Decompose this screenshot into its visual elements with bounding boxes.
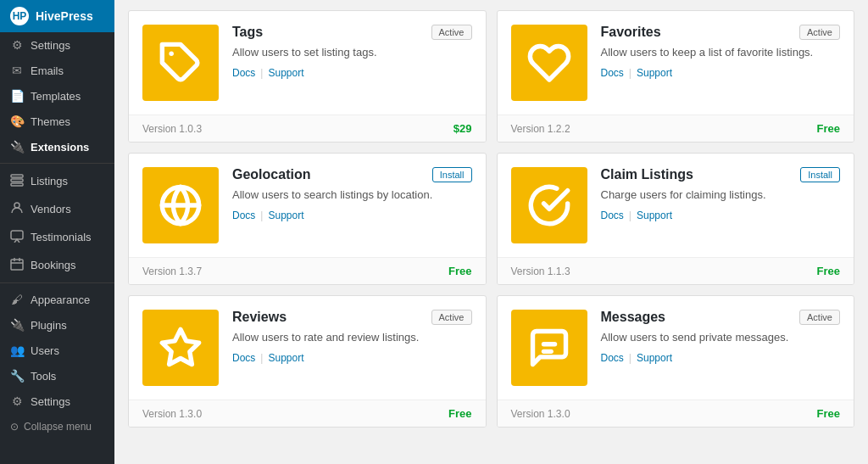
ext-header-geolocation: Geolocation Install [232, 167, 472, 182]
ext-docs-claim[interactable]: Docs [601, 210, 624, 221]
ext-support-tags[interactable]: Support [268, 67, 303, 79]
ext-status-claim[interactable]: Install [800, 167, 840, 182]
ext-card-body-messages: Messages Active Allow users to send priv… [498, 296, 854, 400]
ext-support-geolocation[interactable]: Support [268, 210, 303, 221]
sidebar-item-users[interactable]: 👥 Users [0, 338, 114, 363]
themes-icon: 🎨 [10, 115, 24, 128]
ext-thumb-favorites [511, 25, 587, 101]
ext-support-favorites[interactable]: Support [637, 67, 672, 79]
sidebar-item-label: Emails [31, 64, 64, 77]
users-icon: 👥 [10, 344, 24, 357]
sidebar-item-themes[interactable]: 🎨 Themes [0, 109, 114, 134]
sidebar-item-testimonials[interactable]: Testimonials [0, 223, 114, 251]
main-content: Tags Active Allow users to set listing t… [114, 0, 868, 464]
sidebar-item-vendors[interactable]: Vendors [0, 195, 114, 223]
hivepress-logo-icon: HP [10, 7, 29, 25]
ext-version-geolocation: Version 1.3.7 [142, 266, 202, 277]
message-icon [527, 326, 571, 370]
ext-card-reviews: Reviews Active Allow users to rate and r… [128, 295, 487, 428]
sidebar-item-listings[interactable]: Listings [0, 167, 114, 195]
ext-card-body-geolocation: Geolocation Install Allow users to searc… [129, 154, 486, 257]
ext-footer-messages: Version 1.3.0 Free [498, 400, 854, 427]
settings-icon: ⚙ [10, 38, 24, 52]
ext-docs-geolocation[interactable]: Docs [232, 210, 255, 221]
ext-name-reviews: Reviews [232, 310, 287, 325]
sidebar-item-label: Testimonials [31, 231, 92, 243]
ext-docs-favorites[interactable]: Docs [601, 67, 624, 79]
sidebar-item-label: Extensions [31, 141, 89, 154]
ext-card-body-claim: Claim Listings Install Charge users for … [498, 154, 854, 257]
ext-card-geolocation: Geolocation Install Allow users to searc… [128, 153, 487, 285]
globe-icon [159, 183, 203, 227]
ext-header-claim: Claim Listings Install [601, 167, 841, 182]
templates-icon: 📄 [10, 89, 24, 103]
sidebar-item-bookings[interactable]: Bookings [0, 251, 114, 279]
ext-thumb-claim [511, 167, 587, 243]
ext-name-geolocation: Geolocation [232, 167, 310, 182]
sidebar-divider-1 [0, 163, 114, 164]
sidebar-item-emails[interactable]: ✉ Emails [0, 58, 114, 83]
ext-card-favorites: Favorites Active Allow users to keep a l… [497, 10, 855, 143]
sidebar-item-settings[interactable]: ⚙ Settings [0, 32, 114, 58]
ext-thumb-messages [511, 310, 587, 386]
appearance-icon: 🖌 [10, 293, 24, 306]
ext-sep-messages: | [629, 352, 632, 364]
ext-status-geolocation[interactable]: Install [432, 167, 472, 182]
ext-info-reviews: Reviews Active Allow users to rate and r… [232, 310, 472, 364]
sidebar-logo[interactable]: HP HivePress [0, 0, 114, 32]
svg-rect-4 [11, 231, 23, 239]
ext-thumb-tags [142, 25, 219, 101]
ext-footer-favorites: Version 1.2.2 Free [498, 115, 854, 142]
ext-header-tags: Tags Active [232, 25, 472, 40]
ext-docs-reviews[interactable]: Docs [232, 352, 255, 364]
svg-marker-9 [162, 329, 198, 364]
ext-name-messages: Messages [601, 310, 666, 325]
sidebar-divider-2 [0, 282, 114, 283]
sidebar-item-label: Themes [31, 115, 70, 128]
ext-links-tags: Docs | Support [232, 67, 472, 79]
ext-links-reviews: Docs | Support [232, 352, 472, 364]
ext-version-reviews: Version 1.3.0 [142, 408, 202, 420]
ext-price-messages: Free [817, 407, 840, 420]
ext-status-messages: Active [799, 310, 840, 325]
ext-footer-claim: Version 1.1.3 Free [498, 257, 854, 284]
sidebar-item-tools[interactable]: 🔧 Tools [0, 363, 114, 389]
ext-sep-reviews: | [260, 352, 263, 364]
svg-rect-2 [11, 183, 23, 186]
ext-support-claim[interactable]: Support [637, 210, 672, 221]
ext-card-body-favorites: Favorites Active Allow users to keep a l… [498, 11, 854, 115]
ext-header-messages: Messages Active [601, 310, 841, 325]
sidebar-item-appearance[interactable]: 🖌 Appearance [0, 287, 114, 312]
ext-info-claim: Claim Listings Install Charge users for … [601, 167, 841, 221]
ext-support-messages[interactable]: Support [637, 352, 672, 364]
check-circle-icon [527, 183, 571, 227]
ext-support-reviews[interactable]: Support [268, 352, 303, 364]
sidebar-item-plugins[interactable]: 🔌 Plugins [0, 312, 114, 338]
sidebar-logo-text: HivePress [36, 9, 93, 23]
sidebar-item-label: Vendors [31, 203, 71, 215]
ext-docs-tags[interactable]: Docs [232, 67, 255, 79]
vendors-icon [10, 201, 24, 217]
heart-icon [527, 41, 571, 85]
ext-status-tags: Active [431, 25, 472, 40]
collapse-menu-button[interactable]: ⊙ Collapse menu [0, 414, 114, 439]
sidebar-item-settings2[interactable]: ⚙ Settings [0, 389, 114, 414]
sidebar: HP HivePress ⚙ Settings ✉ Emails 📄 Templ… [0, 0, 114, 464]
svg-point-3 [14, 203, 19, 208]
ext-desc-claim: Charge users for claiming listings. [601, 187, 841, 203]
sidebar-item-templates[interactable]: 📄 Templates [0, 83, 114, 109]
sidebar-item-extensions[interactable]: 🔌 Extensions [0, 134, 114, 159]
tag-icon [159, 41, 203, 85]
ext-desc-favorites: Allow users to keep a list of favorite l… [601, 45, 841, 60]
ext-header-favorites: Favorites Active [601, 25, 841, 40]
ext-docs-messages[interactable]: Docs [601, 352, 624, 364]
ext-status-favorites: Active [799, 25, 840, 40]
ext-header-reviews: Reviews Active [232, 310, 472, 325]
extensions-icon: 🔌 [10, 140, 24, 154]
collapse-label: Collapse menu [24, 421, 92, 433]
ext-desc-reviews: Allow users to rate and review listings. [232, 330, 472, 345]
ext-info-messages: Messages Active Allow users to send priv… [601, 310, 841, 364]
svg-rect-5 [11, 260, 23, 270]
star-icon [159, 326, 203, 370]
ext-card-claim-listings: Claim Listings Install Charge users for … [497, 153, 855, 285]
